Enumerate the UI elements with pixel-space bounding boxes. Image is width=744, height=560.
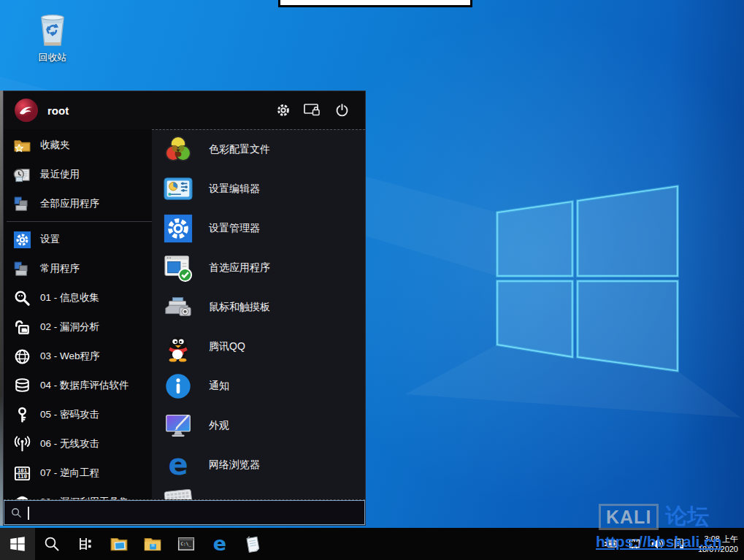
notepad-icon <box>244 534 263 553</box>
sidebar-item-recently-used[interactable]: 最近使用 <box>4 160 152 189</box>
desktop: 回收站 root <box>0 0 744 560</box>
app-item-label: 首选应用程序 <box>209 261 270 275</box>
preferred-apps-icon <box>162 253 194 283</box>
sidebar-item-exploitation-tools[interactable]: 08 - 漏洞利用工具集 <box>4 488 152 500</box>
sidebar-item-label: 01 - 信息收集 <box>40 291 99 304</box>
sidebar-item-reverse-engineering[interactable]: 101110 07 - 逆向工程 <box>4 459 152 488</box>
lock-screen-icon[interactable] <box>302 101 323 120</box>
search-input[interactable] <box>28 507 358 518</box>
color-profiles-icon <box>162 134 194 165</box>
app-item-web-browser[interactable]: e 网络浏览器 <box>152 445 365 485</box>
antenna-icon <box>12 435 31 453</box>
app-item-label: 鼠标和触摸板 <box>209 301 270 314</box>
notification-icon <box>162 371 194 402</box>
tray-time: 3:08 上午 <box>693 534 738 544</box>
sidebar-item-password-attacks[interactable]: 05 - 密码攻击 <box>4 400 152 429</box>
sidebar-item-frequent[interactable]: 常用程序 <box>4 254 152 283</box>
search-box[interactable] <box>4 500 365 525</box>
tray-date: 18/07/2020 <box>693 544 738 554</box>
app-item-keyboard[interactable] <box>152 485 365 500</box>
start-menu-body: 收藏夹 最近使用 全部应用程序 <box>4 129 365 500</box>
search-icon <box>43 535 61 553</box>
app-item-settings-editor[interactable]: 设置编辑器 <box>152 169 365 209</box>
all-applications-icon <box>12 195 31 213</box>
user-name: root <box>47 104 69 117</box>
app-item-color-profiles[interactable]: 色彩配置文件 <box>152 130 365 169</box>
app-item-notifications[interactable]: 通知 <box>152 367 365 406</box>
terminal-icon: C:\_ <box>177 534 196 553</box>
sidebar-item-label: 06 - 无线攻击 <box>40 437 99 450</box>
sidebar-separator <box>7 221 152 222</box>
mouse-touchpad-icon <box>162 292 194 323</box>
sidebar-item-settings[interactable]: 设置 <box>4 225 152 254</box>
notes-icon[interactable] <box>672 537 686 551</box>
volume-icon[interactable] <box>649 536 665 552</box>
keyboard-icon <box>162 489 194 500</box>
svg-text:e: e <box>168 450 188 480</box>
sidebar-item-vulnerability-analysis[interactable]: 02 - 漏洞分析 <box>4 312 152 342</box>
globe-icon <box>12 348 31 366</box>
settings-editor-icon <box>162 174 194 204</box>
sidebar-item-label: 全部应用程序 <box>40 197 99 210</box>
gear-icon[interactable] <box>273 101 294 120</box>
app-item-appearance[interactable]: 外观 <box>152 406 365 445</box>
exploit-icon <box>12 494 31 501</box>
recycle-bin[interactable]: 回收站 <box>23 12 82 64</box>
task-view-icon <box>77 535 94 553</box>
start-menu-sidebar: 收藏夹 最近使用 全部应用程序 <box>4 129 152 499</box>
task-view-button[interactable] <box>69 528 102 560</box>
sidebar-item-label: 收藏夹 <box>40 139 70 152</box>
folder-button[interactable] <box>136 528 169 560</box>
app-item-preferred-applications[interactable]: 首选应用程序 <box>152 248 365 288</box>
start-menu-header: root <box>4 91 365 129</box>
app-item-label: 腾讯QQ <box>209 340 245 353</box>
app-item-label: 设置管理器 <box>209 222 260 235</box>
sidebar-item-all-applications[interactable]: 全部应用程序 <box>4 189 152 218</box>
app-item-label: 通知 <box>209 380 229 393</box>
edge-icon: e <box>210 534 230 554</box>
sidebar-item-label: 05 - 密码攻击 <box>40 408 99 421</box>
app-item-mouse-touchpad[interactable]: 鼠标和触摸板 <box>152 288 365 327</box>
search-icon <box>11 507 22 518</box>
battery-icon[interactable] <box>602 535 620 553</box>
tray-clock[interactable]: 3:08 上午 18/07/2020 <box>693 534 738 555</box>
background-window-edge[interactable] <box>278 0 472 7</box>
system-tray: 3:08 上午 18/07/2020 <box>602 534 744 555</box>
sidebar-item-web-applications[interactable]: 03 - Web程序 <box>4 342 152 371</box>
app-item-settings-manager[interactable]: 设置管理器 <box>152 209 365 248</box>
sidebar-item-wireless-attacks[interactable]: 06 - 无线攻击 <box>4 429 152 459</box>
recent-clock-icon <box>12 166 31 184</box>
sidebar-item-database-assessment[interactable]: 04 - 数据库评估软件 <box>4 371 152 400</box>
svg-text:C:\_: C:\_ <box>180 541 191 547</box>
sidebar-item-label: 最近使用 <box>40 168 80 181</box>
qq-icon <box>162 331 194 362</box>
database-icon <box>12 377 31 395</box>
app-item-tencent-qq[interactable]: 腾讯QQ <box>152 327 365 367</box>
app-item-label: 设置编辑器 <box>209 183 260 196</box>
sidebar-item-label: 04 - 数据库评估软件 <box>40 379 129 392</box>
power-icon[interactable] <box>331 101 352 120</box>
file-manager-button[interactable] <box>102 528 136 560</box>
appearance-icon <box>162 410 194 441</box>
edge-button[interactable]: e <box>203 528 237 560</box>
kali-watermark-box: KALI <box>599 504 659 530</box>
start-button[interactable] <box>0 528 35 560</box>
windows-logo-icon <box>8 534 27 553</box>
ethernet-icon[interactable] <box>626 536 643 552</box>
app-item-label: 网络浏览器 <box>209 459 260 472</box>
sidebar-item-label: 常用程序 <box>40 262 80 275</box>
binary-icon: 101110 <box>12 464 31 483</box>
settings-manager-icon <box>162 213 194 244</box>
app-item-label: 色彩配置文件 <box>209 143 270 156</box>
svg-text:110: 110 <box>17 473 26 480</box>
magnifier-icon <box>12 289 31 307</box>
sidebar-item-information-gathering[interactable]: 01 - 信息收集 <box>4 283 152 312</box>
sidebar-item-favorites[interactable]: 收藏夹 <box>4 131 152 160</box>
taskbar-search-button[interactable] <box>35 528 69 560</box>
terminal-button[interactable]: C:\_ <box>169 528 203 560</box>
user-avatar <box>14 98 39 123</box>
forum-watermark-text: 论坛 <box>665 502 709 532</box>
notepad-button[interactable] <box>237 528 270 560</box>
folder-screen-icon <box>110 534 129 553</box>
start-menu: root <box>3 91 366 526</box>
